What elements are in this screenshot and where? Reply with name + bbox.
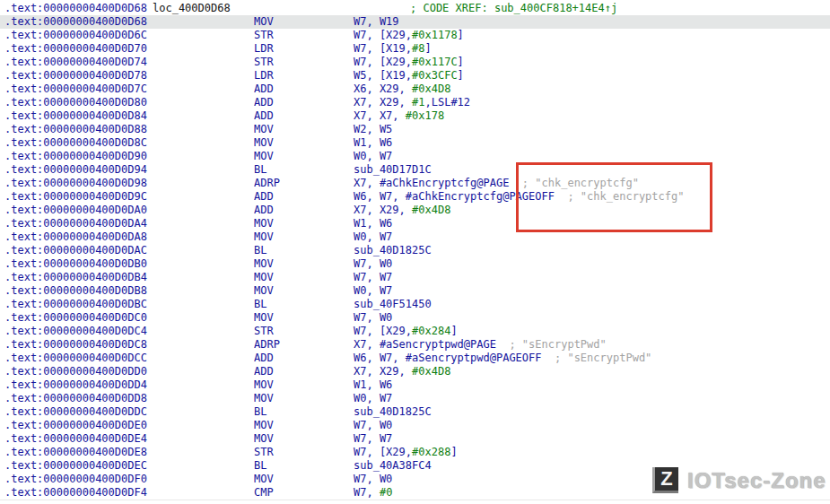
- operands: sub_40D1825C: [354, 405, 432, 419]
- iotsec-zone-logo-icon: Z: [652, 467, 678, 493]
- asm-line[interactable]: .text:00000000400D0DA8MOVW0, W7: [0, 230, 830, 244]
- immediate-token: #1: [412, 96, 424, 109]
- code-token: W7, [X29,: [354, 29, 412, 41]
- operands: W7, W0: [354, 473, 392, 486]
- immediate-token: #0x4D8: [412, 83, 450, 95]
- code-token: W6, W7, #aChkEncryptcfg@PAGEOFF: [354, 190, 555, 203]
- asm-line[interactable]: .text:00000000400D0D94BLsub_40D17D1C: [0, 163, 830, 177]
- code-token: W1, W6: [354, 136, 392, 149]
- immediate-token: #0x3CFC: [412, 69, 458, 82]
- code-token: ,LSL#12: [424, 96, 470, 109]
- asm-line[interactable]: .text:00000000400D0DB4MOVW7, W7: [0, 271, 830, 284]
- mnemonic: ADD: [254, 352, 274, 365]
- code-token: X7, #aChkEncryptcfg@PAGE: [354, 177, 509, 189]
- mnemonic: STR: [254, 325, 274, 338]
- asm-line[interactable]: .text:00000000400D0DD0ADDX7, X29, #0x4D8: [0, 365, 830, 378]
- code-token: X7, #aSencryptpwd@PAGE: [354, 338, 496, 351]
- mnemonic: STR: [254, 56, 274, 69]
- immediate-token: #8: [412, 42, 424, 55]
- code-token: W0, W7: [354, 284, 392, 297]
- asm-line[interactable]: .text:00000000400D0DE8STRW7, [X29,#0x288…: [0, 446, 830, 459]
- asm-line[interactable]: .text:00000000400D0D9CADDW6, W7, #aChkEn…: [0, 190, 830, 204]
- location-label: loc_400D0D68: [153, 2, 231, 15]
- operands: W7, [X29,#0x117C]: [354, 56, 464, 69]
- code-token: W7, W0: [354, 419, 392, 431]
- immediate-token: #0x284: [412, 325, 450, 337]
- code-token: X6, X29,: [354, 83, 412, 95]
- immediate-token: #0x4D8: [412, 204, 450, 216]
- asm-line[interactable]: .text:00000000400D0D84ADDX7, X7, #0x178: [0, 109, 830, 123]
- code-token: ]: [450, 446, 457, 458]
- code-token: W5, [X19,: [354, 69, 412, 82]
- operands: W0, W7: [354, 284, 392, 298]
- operands: W6, W7, #aChkEncryptcfg@PAGEOFF ; "chk_e…: [354, 190, 684, 204]
- code-token: X7, X29,: [354, 204, 412, 216]
- address: .text:00000000400D0DD8: [4, 392, 147, 405]
- mnemonic: BL: [254, 459, 266, 473]
- asm-line[interactable]: .text:00000000400D0DC4STRW7, [X29,#0x284…: [0, 325, 830, 338]
- operands: W7, W19: [354, 15, 399, 29]
- address: .text:00000000400D0D74: [4, 56, 147, 69]
- address: .text:00000000400D0D6C: [4, 29, 147, 42]
- asm-line[interactable]: .text:00000000400D0DB0MOVW7, W0: [0, 257, 830, 271]
- code-token: W7, [X29,: [354, 325, 412, 337]
- code-token: W0, W7: [354, 150, 392, 162]
- asm-line[interactable]: .text:00000000400D0DCCADDW6, W7, #aSencr…: [0, 352, 830, 365]
- logo-letter: Z: [660, 467, 672, 491]
- code-token: sub_40D1825C: [354, 405, 432, 418]
- asm-line[interactable]: .text:00000000400D0D6CSTRW7, [X29,#0x117…: [0, 29, 830, 42]
- mnemonic: ADD: [254, 190, 274, 204]
- code-token: X7, X7,: [354, 109, 406, 122]
- code-token: W7, W0: [354, 311, 392, 324]
- operands: W0, W7: [354, 230, 392, 244]
- mnemonic: MOV: [254, 217, 274, 230]
- asm-line[interactable]: .text:00000000400D0D90MOVW0, W7: [0, 150, 830, 163]
- string-comment: ; "sEncryptPwd": [496, 338, 607, 351]
- asm-line[interactable]: .text:00000000400D0DC8ADRPX7, #aSencrypt…: [0, 338, 830, 352]
- asm-line[interactable]: .text:00000000400D0D70LDRW7, [X19,#8]: [0, 42, 830, 56]
- asm-line[interactable]: .text:00000000400D0DD8MOVW0, W7: [0, 392, 830, 405]
- code-token: W7, W7: [354, 432, 392, 445]
- asm-line[interactable]: .text:00000000400D0D98ADRPX7, #aChkEncry…: [0, 177, 830, 190]
- asm-line[interactable]: .text:00000000400D0D7CADDX6, X29, #0x4D8: [0, 83, 830, 96]
- operands: W7, W7: [354, 432, 392, 446]
- operands: W7, [X29,#0x284]: [354, 325, 458, 338]
- address: .text:00000000400D0D84: [4, 109, 147, 123]
- address: .text:00000000400D0DF0: [4, 473, 147, 486]
- asm-line[interactable]: .text:00000000400D0D68MOVW7, W19: [0, 15, 830, 29]
- address: .text:00000000400D0DC4: [4, 325, 147, 338]
- asm-line[interactable]: .text:00000000400D0DE0MOVW7, W0: [0, 419, 830, 432]
- asm-line[interactable]: .text:00000000400D0DDCBLsub_40D1825C: [0, 405, 830, 419]
- code-token: W7, [X19,: [354, 42, 412, 55]
- asm-line[interactable]: .text:00000000400D0DE4MOVW7, W7: [0, 432, 830, 446]
- operands: X7, X7, #0x178: [354, 109, 444, 123]
- asm-line[interactable]: .text:00000000400D0D88MOVW2, W5: [0, 123, 830, 136]
- address: .text:00000000400D0DC8: [4, 338, 147, 352]
- mnemonic: CMP: [254, 486, 274, 500]
- asm-line[interactable]: .text:00000000400D0DD4MOVW1, W6: [0, 378, 830, 392]
- asm-line[interactable]: .text:00000000400D0DB8MOVW0, W7: [0, 284, 830, 298]
- asm-line[interactable]: .text:00000000400D0D80ADDX7, X29, #1,LSL…: [0, 96, 830, 109]
- asm-line[interactable]: .text:00000000400D0DBCBLsub_40F51450: [0, 298, 830, 311]
- string-comment: ; "chk_encryptcfg": [555, 190, 685, 203]
- asm-line[interactable]: .text:00000000400D0DACBLsub_40D1825C: [0, 244, 830, 257]
- asm-line[interactable]: .text:00000000400D0DC0MOVW7, W0: [0, 311, 830, 325]
- address: .text:00000000400D0D80: [4, 96, 147, 109]
- asm-line[interactable]: .text:00000000400D0D8CMOVW1, W6: [0, 136, 830, 150]
- asm-line[interactable]: .text:00000000400D0DA0ADDX7, X29, #0x4D8: [0, 204, 830, 217]
- mnemonic: ADD: [254, 96, 274, 109]
- mnemonic: MOV: [254, 136, 274, 150]
- address: .text:00000000400D0DC0: [4, 311, 147, 325]
- mnemonic: ADD: [254, 83, 274, 96]
- code-token: W1, W6: [354, 378, 392, 391]
- asm-line[interactable]: .text:00000000400D0DA4MOVW1, W6: [0, 217, 830, 230]
- asm-line[interactable]: .text:00000000400D0D68loc_400D0D68; CODE…: [0, 2, 830, 15]
- code-token: W7, [X29,: [354, 446, 412, 458]
- address: .text:00000000400D0DE0: [4, 419, 147, 432]
- asm-line[interactable]: .text:00000000400D0D74STRW7, [X29,#0x117…: [0, 56, 830, 69]
- address: .text:00000000400D0D78: [4, 69, 147, 83]
- operands: X6, X29, #0x4D8: [354, 83, 450, 96]
- asm-line[interactable]: .text:00000000400D0D78LDRW5, [X19,#0x3CF…: [0, 69, 830, 83]
- string-comment: ; "sEncryptPwd": [542, 352, 652, 364]
- mnemonic: MOV: [254, 271, 274, 284]
